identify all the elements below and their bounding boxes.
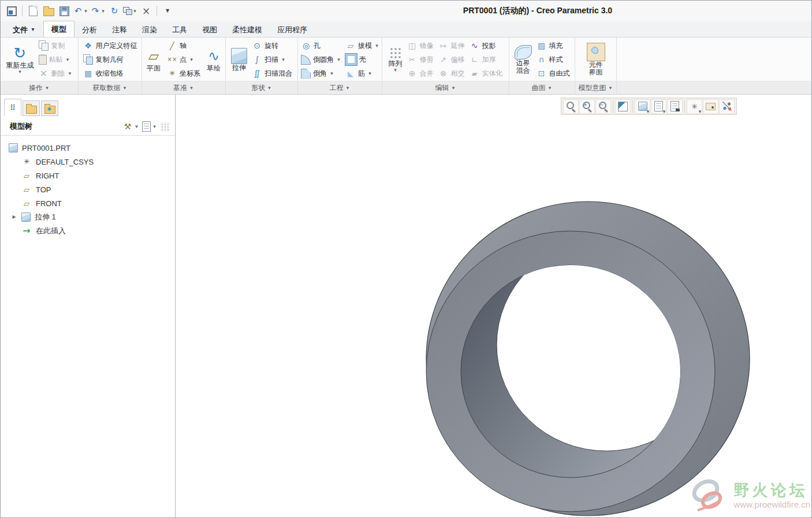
- rib-button[interactable]: ◣筋▾: [344, 67, 381, 80]
- point-dropdown-icon[interactable]: ▾: [189, 57, 194, 62]
- customize-qat-button[interactable]: ▼: [160, 3, 175, 19]
- round-button[interactable]: 倒圆角▾: [299, 53, 342, 66]
- repaint-button[interactable]: [615, 99, 631, 114]
- open-button[interactable]: [41, 3, 56, 19]
- undo-button[interactable]: ↶▾: [72, 3, 89, 19]
- shell-button[interactable]: 壳: [344, 53, 381, 66]
- csys-button[interactable]: ✳坐标系: [165, 67, 202, 80]
- rib-dropdown-icon[interactable]: ▾: [367, 71, 373, 76]
- datum-display-button[interactable]: ✳▾: [687, 99, 702, 114]
- tab-view[interactable]: 视图: [195, 22, 225, 37]
- saved-orientations-icon: [654, 101, 663, 111]
- saved-orientations-button[interactable]: ▾: [651, 99, 666, 114]
- switch-windows-button[interactable]: ▾: [122, 3, 138, 19]
- trim-icon: ✂: [407, 54, 418, 65]
- extrude-button[interactable]: 拉伸: [229, 47, 249, 72]
- hole-button[interactable]: ◎孔: [299, 39, 342, 53]
- sweep-dropdown-icon[interactable]: ▾: [281, 57, 286, 62]
- tree-item-top-plane[interactable]: ▱TOP: [1, 182, 175, 196]
- favorites-tab[interactable]: [41, 100, 58, 116]
- tab-file[interactable]: 文件▾: [5, 22, 43, 37]
- group-label-editing[interactable]: 编辑▾: [382, 81, 509, 94]
- tree-item-front-plane[interactable]: ▱FRONT: [1, 196, 175, 210]
- tree-tools-button[interactable]: ⚒▾: [122, 121, 139, 132]
- new-file-button[interactable]: [25, 3, 40, 19]
- save-button[interactable]: [57, 3, 72, 19]
- watermark-url: www.proewildfire.cn: [733, 500, 810, 509]
- swept-blend-button[interactable]: ∬扫描混合: [250, 67, 294, 80]
- swept-blend-icon: ∬: [252, 68, 262, 79]
- fill-icon: ▨: [537, 40, 547, 51]
- ribbon-group-model-intent: 元件界面 模型意图▾: [575, 38, 617, 94]
- tab-applications[interactable]: 应用程序: [270, 22, 315, 37]
- revolve-button[interactable]: ⊙旋转: [250, 39, 294, 53]
- model-tree: PRT0001.PRT ✳DEFAULT_CSYS ▱RIGHT ▱TOP ▱F…: [1, 136, 175, 517]
- tree-item-part[interactable]: PRT0001.PRT: [1, 141, 175, 155]
- project-button[interactable]: ∿投影: [468, 39, 505, 53]
- udf-button[interactable]: ❖用户定义特征: [81, 39, 139, 53]
- copy-geometry-button[interactable]: 复制几何: [81, 53, 139, 66]
- axis-button[interactable]: ╱轴: [165, 39, 202, 53]
- tab-flexible-modeling[interactable]: 柔性建模: [225, 22, 270, 37]
- model-tree-tab[interactable]: ⠿: [4, 99, 21, 116]
- pattern-button[interactable]: 阵列 ▾: [387, 46, 404, 73]
- style-button[interactable]: ∩样式: [535, 53, 572, 66]
- refit-button[interactable]: [563, 99, 579, 114]
- display-style-button[interactable]: ▾: [635, 99, 650, 114]
- boundary-blend-button[interactable]: 边界混合: [513, 44, 534, 75]
- regenerate-button[interactable]: ↻ 重新生成 ▾: [5, 44, 36, 75]
- point-button[interactable]: ××点▾: [165, 53, 202, 66]
- tab-tools[interactable]: 工具: [165, 22, 195, 37]
- watermark-title: 野火论坛: [733, 483, 810, 498]
- expand-icon[interactable]: ▶: [12, 214, 17, 219]
- tab-analysis[interactable]: 分析: [75, 22, 105, 37]
- sweep-button[interactable]: ∫扫描▾: [250, 53, 294, 66]
- redo-dropdown-icon[interactable]: ▾: [100, 9, 106, 14]
- shrinkwrap-button[interactable]: ▩收缩包络: [81, 67, 139, 80]
- fill-button[interactable]: ▨填充: [535, 39, 572, 53]
- freestyle-button[interactable]: ⊡自由式: [535, 67, 572, 80]
- tab-model[interactable]: 模型: [43, 21, 75, 37]
- sketch-button[interactable]: ∿ 草绘: [203, 47, 224, 73]
- group-label-get-data[interactable]: 获取数据▾: [79, 81, 141, 94]
- group-label-shapes[interactable]: 形状▾: [226, 81, 297, 94]
- 3d-model-ring[interactable]: [176, 95, 811, 517]
- regenerate-dropdown-icon[interactable]: ▾: [17, 69, 23, 74]
- zoom-out-button[interactable]: −: [595, 99, 611, 114]
- tree-settings-button[interactable]: ▾: [142, 121, 157, 132]
- chamfer-dropdown-icon[interactable]: ▾: [329, 71, 334, 76]
- spin-center-button[interactable]: [719, 99, 735, 114]
- plane-button[interactable]: ▱ 平面: [143, 47, 164, 73]
- pattern-dropdown-icon[interactable]: ▾: [393, 68, 398, 73]
- group-label-datum[interactable]: 基准▾: [142, 81, 225, 94]
- draft-button[interactable]: ▱拔模▾: [344, 39, 381, 53]
- switch-windows-icon: [123, 6, 132, 16]
- tab-render[interactable]: 渲染: [135, 22, 165, 37]
- redo-button[interactable]: ↷▾: [90, 3, 106, 19]
- group-label-engineering[interactable]: 工程▾: [298, 81, 382, 94]
- graphics-area[interactable]: + − ▾ ▾ ✳▾ 野火论坛 www.pro: [176, 95, 811, 517]
- undo-dropdown-icon[interactable]: ▾: [83, 9, 88, 14]
- zoom-in-button[interactable]: +: [579, 99, 595, 114]
- tree-item-insert-here[interactable]: →在此插入: [1, 224, 175, 238]
- tab-annotate[interactable]: 注释: [105, 22, 135, 37]
- group-label-model-intent[interactable]: 模型意图▾: [575, 81, 616, 94]
- folder-browser-tab[interactable]: [23, 100, 40, 116]
- draft-dropdown-icon[interactable]: ▾: [374, 43, 379, 49]
- open-icon: [43, 8, 54, 16]
- tree-item-extrude-1[interactable]: ▶拉伸 1: [1, 210, 175, 224]
- round-dropdown-icon[interactable]: ▾: [336, 57, 341, 62]
- close-window-button[interactable]: ×: [139, 3, 154, 19]
- annotation-display-button[interactable]: [703, 99, 718, 114]
- tree-item-right-plane[interactable]: ▱RIGHT: [1, 169, 175, 182]
- view-manager-button[interactable]: [667, 99, 683, 114]
- windows-dropdown-icon[interactable]: ▾: [132, 9, 137, 14]
- tree-item-default-csys[interactable]: ✳DEFAULT_CSYS: [1, 155, 175, 169]
- group-label-surfaces[interactable]: 曲面▾: [509, 81, 575, 94]
- regenerate-quick-button[interactable]: ↻: [107, 3, 122, 19]
- component-interface-icon: [587, 43, 605, 61]
- component-interface-button[interactable]: 元件界面: [585, 42, 607, 77]
- app-menu-button[interactable]: [4, 3, 19, 19]
- group-label-operations[interactable]: 操作▾: [1, 81, 78, 94]
- chamfer-button[interactable]: 倒角▾: [299, 67, 342, 80]
